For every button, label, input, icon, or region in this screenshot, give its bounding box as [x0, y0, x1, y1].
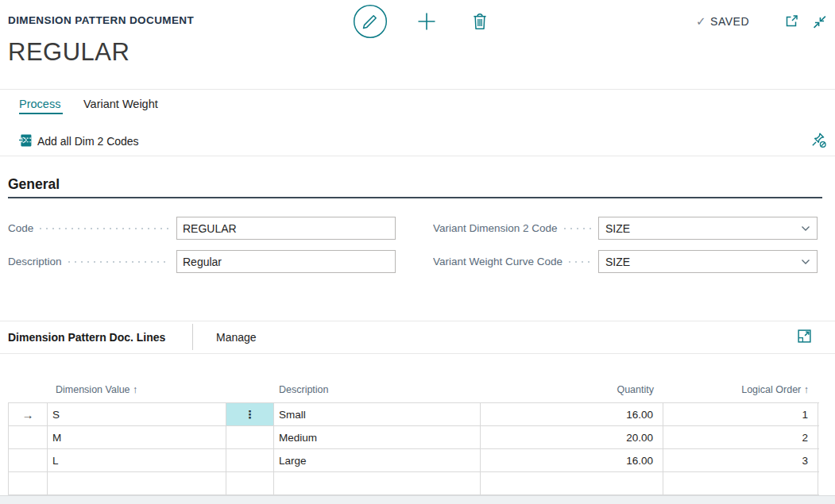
code-input[interactable]	[176, 217, 396, 240]
expand-grid-icon	[797, 329, 812, 344]
variant-dim2-field-row: Variant Dimension 2 Code SIZE	[433, 217, 818, 240]
description-cell[interactable]: Large	[274, 449, 481, 471]
open-in-new-window-button[interactable]	[783, 13, 800, 30]
dimension-value-cell[interactable]: S	[48, 403, 226, 425]
ellipsis-vertical-icon: ⋮	[245, 408, 256, 421]
sort-asc-icon: ↑	[804, 384, 809, 395]
save-status: ✓ SAVED	[696, 14, 749, 29]
lines-table: → S ⋮ Small 16.00 1 M Medium 20.00 2 L L…	[8, 402, 819, 495]
lines-top-divider	[0, 321, 835, 321]
description-cell[interactable]	[274, 472, 481, 494]
code-label-text: Code	[8, 222, 40, 234]
variant-dim2-select[interactable]: SIZE	[598, 217, 818, 240]
column-header-logical-order[interactable]: Logical Order ↑	[663, 384, 809, 395]
trash-icon	[471, 12, 489, 31]
code-field-row: Code	[8, 217, 396, 240]
dotted-leader	[564, 227, 592, 229]
add-all-dim2-icon-button[interactable]	[18, 133, 33, 148]
row-selector-cell: →	[8, 403, 48, 425]
focus-mode-button[interactable]	[795, 327, 813, 344]
quantity-cell[interactable]: 16.00	[481, 449, 663, 471]
action-bar-divider	[0, 156, 835, 156]
row-selector-cell[interactable]	[8, 426, 48, 448]
tab-variant-weight[interactable]: Variant Weight	[83, 98, 158, 110]
variant-weight-curve-field-row: Variant Weight Curve Code SIZE	[433, 250, 818, 273]
active-row-arrow-icon: →	[22, 408, 34, 421]
add-all-dim2-action[interactable]: Add all Dim 2 Codes	[37, 135, 139, 148]
unpin-icon	[810, 131, 827, 148]
variant-weight-curve-label-text: Variant Weight Curve Code	[433, 256, 569, 267]
dotted-leader	[40, 227, 170, 229]
description-input[interactable]	[176, 250, 396, 273]
lines-header-separator	[192, 324, 193, 350]
dimension-value-cell[interactable]	[48, 472, 226, 494]
cell-menu-cell[interactable]	[226, 449, 274, 471]
table-row: M Medium 20.00 2	[8, 426, 819, 449]
header-label: Quantity	[617, 384, 654, 395]
plus-icon	[416, 10, 438, 33]
variant-weight-curve-value: SIZE	[605, 256, 630, 268]
saved-label: SAVED	[710, 15, 749, 28]
description-label-text: Description	[8, 256, 68, 267]
description-cell[interactable]: Small	[274, 403, 481, 425]
header-label: Description	[279, 384, 329, 395]
quantity-cell[interactable]	[481, 472, 663, 494]
cell-menu-cell[interactable]	[226, 472, 274, 494]
variant-weight-curve-field-label: Variant Weight Curve Code	[433, 256, 598, 267]
dimension-value-cell[interactable]: M	[48, 426, 226, 448]
dotted-leader	[68, 260, 170, 263]
active-tab-underline	[19, 113, 63, 114]
chevron-down-icon	[801, 259, 810, 265]
edit-button[interactable]	[353, 4, 388, 39]
logical-order-cell[interactable]	[663, 472, 818, 494]
quantity-cell[interactable]: 16.00	[481, 403, 663, 425]
allocate-grid-arrow-icon	[18, 133, 33, 148]
description-field-row: Description	[8, 250, 396, 273]
quantity-cell[interactable]: 20.00	[481, 426, 663, 448]
check-icon: ✓	[696, 14, 706, 29]
variant-dim2-label-text: Variant Dimension 2 Code	[433, 222, 564, 234]
cell-menu-button[interactable]: ⋮	[226, 403, 274, 425]
dimension-value-cell[interactable]: L	[48, 449, 226, 471]
bottom-scroll-strip[interactable]	[0, 495, 835, 504]
description-field-label: Description	[8, 256, 176, 267]
logical-order-cell[interactable]: 3	[663, 449, 818, 471]
column-header-dimension-value[interactable]: Dimension Value ↑	[56, 384, 137, 395]
unpin-button[interactable]	[809, 130, 828, 149]
cell-menu-cell[interactable]	[226, 426, 274, 448]
column-header-description[interactable]: Description	[279, 384, 329, 395]
new-button[interactable]	[416, 10, 438, 33]
logical-order-cell[interactable]: 2	[663, 426, 818, 448]
collapse-button[interactable]	[810, 12, 829, 31]
tab-process[interactable]: Process	[19, 98, 60, 110]
lines-section-title: Dimension Pattern Doc. Lines	[8, 331, 165, 344]
header-label: Dimension Value	[56, 384, 130, 395]
sort-asc-icon: ↑	[133, 384, 137, 395]
logical-order-cell[interactable]: 1	[663, 403, 818, 425]
table-row-empty	[8, 472, 819, 495]
general-heading-rule	[8, 197, 822, 198]
page-caption: DIMENSION PATTERN DOCUMENT	[8, 14, 194, 26]
code-field-label: Code	[8, 222, 176, 234]
manage-menu[interactable]: Manage	[216, 331, 257, 344]
row-selector-cell[interactable]	[8, 472, 48, 494]
collapse-arrows-icon	[811, 13, 828, 30]
variant-dim2-field-label: Variant Dimension 2 Code	[433, 222, 598, 234]
table-row: L Large 16.00 3	[8, 449, 819, 472]
variant-weight-curve-select[interactable]: SIZE	[598, 250, 818, 273]
tabs-top-divider	[0, 89, 835, 90]
variant-dim2-value: SIZE	[605, 222, 630, 235]
delete-button[interactable]	[470, 11, 489, 32]
chevron-down-icon	[801, 225, 810, 232]
row-selector-cell[interactable]	[8, 449, 48, 471]
dotted-leader	[569, 260, 592, 263]
column-header-quantity[interactable]: Quantity	[481, 384, 654, 395]
general-section-heading[interactable]: General	[8, 176, 60, 193]
description-cell[interactable]: Medium	[274, 426, 481, 448]
dimension-pattern-document-page: DIMENSION PATTERN DOCUMENT ✓ SAV	[0, 0, 835, 504]
lines-bottom-divider	[0, 353, 835, 354]
page-title: REGULAR	[8, 38, 130, 67]
header-label: Logical Order	[741, 384, 801, 395]
popout-icon	[783, 13, 799, 29]
table-row: → S ⋮ Small 16.00 1	[8, 403, 819, 426]
